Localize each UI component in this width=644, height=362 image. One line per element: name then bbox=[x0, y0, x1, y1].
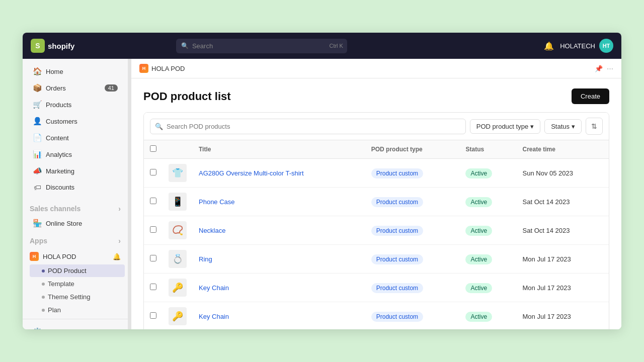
row-checkbox-cell bbox=[144, 216, 163, 245]
sidebar-item-orders-label: Orders bbox=[46, 84, 66, 92]
apps-expand-icon[interactable]: › bbox=[118, 237, 121, 245]
row-checkbox-1[interactable] bbox=[150, 198, 156, 204]
sidebar-item-orders[interactable]: 📦 Orders 41 bbox=[26, 80, 125, 96]
row-create-time-cell: Sun Nov 05 2023 bbox=[517, 159, 609, 188]
user-menu[interactable]: HOLATECH HT bbox=[560, 39, 613, 53]
hola-pod-subitems: POD Product Template Theme Setting Plan bbox=[23, 264, 128, 316]
row-checkbox-cell bbox=[144, 188, 163, 216]
table-row: 🔑 Key Chain Product custom Active Mon Ju… bbox=[144, 302, 609, 330]
filter-buttons: POD product type ▾ Status ▾ bbox=[470, 119, 582, 134]
product-search-input[interactable] bbox=[150, 119, 466, 134]
product-type-badge: Product custom bbox=[371, 226, 423, 236]
notification-bell-icon[interactable]: 🔔 bbox=[544, 41, 554, 51]
sidebar-item-products[interactable]: 🛒 Products bbox=[26, 97, 125, 113]
sidebar-item-template[interactable]: Template bbox=[30, 278, 125, 290]
logo[interactable]: S shopify bbox=[31, 39, 74, 53]
row-checkbox-4[interactable] bbox=[150, 284, 156, 290]
row-image-cell: 📿 bbox=[163, 216, 193, 245]
apps-label: Apps bbox=[30, 237, 47, 245]
product-title[interactable]: Ring bbox=[199, 255, 212, 263]
filter-type-button[interactable]: POD product type ▾ bbox=[470, 119, 540, 134]
plan-dot bbox=[42, 309, 45, 312]
sidebar-nav: 🏠 Home 📦 Orders 41 🛒 Products 👤 Customer… bbox=[23, 59, 128, 200]
hola-pod-label: HOLA POD bbox=[43, 253, 76, 260]
row-checkbox-3[interactable] bbox=[150, 255, 156, 261]
row-type-cell: Product custom bbox=[365, 216, 460, 245]
avatar-initials: HT bbox=[603, 43, 610, 49]
row-title-cell: Necklace bbox=[193, 216, 365, 245]
filter-status-button[interactable]: Status ▾ bbox=[544, 119, 582, 134]
product-title-wrap: Necklace bbox=[199, 227, 359, 234]
th-checkbox bbox=[144, 140, 163, 159]
sidebar-item-plan[interactable]: Plan bbox=[30, 304, 125, 316]
row-checkbox-cell bbox=[144, 274, 163, 302]
row-image-cell: 👕 bbox=[163, 159, 193, 188]
product-table: Title POD product type Status Create tim… bbox=[144, 140, 609, 329]
product-thumbnail: 👕 bbox=[169, 164, 187, 182]
select-all-checkbox[interactable] bbox=[150, 145, 156, 152]
avatar: HT bbox=[599, 39, 613, 53]
sidebar-bottom: ⚙️ Settings Non-transferable bbox=[23, 319, 128, 329]
products-icon: 🛒 bbox=[33, 100, 42, 109]
row-create-time-cell: Mon Jul 17 2023 bbox=[517, 245, 609, 274]
row-image-cell: 💍 bbox=[163, 245, 193, 274]
product-title[interactable]: AG280G Oversize Multi-color T-shirt bbox=[199, 169, 304, 177]
sidebar-item-customers-label: Customers bbox=[46, 118, 77, 125]
row-title-cell: AG280G Oversize Multi-color T-shirt bbox=[193, 159, 365, 188]
pin-icon[interactable]: 📌 bbox=[595, 65, 603, 72]
sort-icon-button[interactable]: ⇅ bbox=[586, 118, 603, 135]
sidebar-item-marketing[interactable]: 📣 Marketing bbox=[26, 163, 125, 179]
product-type-badge: Product custom bbox=[371, 168, 423, 178]
product-title-wrap: Phone Case bbox=[199, 198, 359, 206]
row-create-time-cell: Mon Jul 17 2023 bbox=[517, 302, 609, 330]
product-title[interactable]: Phone Case bbox=[199, 198, 235, 206]
sales-channels-section: Sales channels › bbox=[23, 200, 128, 215]
sales-channels-expand-icon[interactable]: › bbox=[118, 205, 121, 213]
create-time: Mon Jul 17 2023 bbox=[523, 284, 571, 292]
product-thumbnail: 🔑 bbox=[169, 279, 187, 297]
row-checkbox-0[interactable] bbox=[150, 169, 156, 175]
search-input[interactable] bbox=[176, 39, 347, 53]
page-header: POD product list Create bbox=[143, 88, 609, 104]
app-window: S shopify 🔍 Ctrl K 🔔 HOLATECH HT 🏠 bbox=[23, 33, 621, 329]
product-table-container: 🔍 POD product type ▾ Status ▾ bbox=[143, 112, 609, 329]
sidebar-item-home[interactable]: 🏠 Home bbox=[26, 63, 125, 79]
topnav-right: 🔔 HOLATECH HT bbox=[544, 39, 613, 53]
row-title-cell: Phone Case bbox=[193, 188, 365, 216]
row-checkbox-5[interactable] bbox=[150, 312, 156, 319]
hola-pod-header-label: HOLA POD bbox=[151, 65, 185, 72]
theme-setting-label: Theme Setting bbox=[48, 293, 91, 301]
sidebar-item-content-label: Content bbox=[46, 134, 69, 142]
row-create-time-cell: Sat Oct 14 2023 bbox=[517, 216, 609, 245]
customers-icon: 👤 bbox=[33, 117, 42, 126]
row-checkbox-2[interactable] bbox=[150, 226, 156, 233]
row-type-cell: Product custom bbox=[365, 188, 460, 216]
sidebar-item-content[interactable]: 📄 Content bbox=[26, 130, 125, 146]
shopify-icon: S bbox=[31, 39, 45, 53]
settings-icon: ⚙️ bbox=[33, 327, 42, 329]
product-thumbnail: 📿 bbox=[169, 221, 187, 239]
create-button[interactable]: Create bbox=[572, 88, 609, 104]
th-create-time: Create time bbox=[517, 140, 609, 159]
filter-status-chevron-icon: ▾ bbox=[572, 123, 575, 130]
sidebar-item-pod-product[interactable]: POD Product bbox=[30, 264, 125, 277]
row-title-cell: Key Chain bbox=[193, 274, 365, 302]
status-badge: Active bbox=[465, 168, 492, 178]
product-title-wrap: Key Chain bbox=[199, 313, 359, 320]
product-title[interactable]: Necklace bbox=[199, 227, 225, 234]
status-badge: Active bbox=[465, 254, 492, 264]
sidebar-item-analytics[interactable]: 📊 Analytics bbox=[26, 146, 125, 162]
content-scroll: POD product list Create 🔍 POD product ty… bbox=[131, 78, 621, 329]
hola-pod-app[interactable]: H HOLA POD 🔔 bbox=[23, 249, 128, 264]
status-badge: Active bbox=[465, 226, 492, 236]
product-title[interactable]: Key Chain bbox=[199, 313, 229, 320]
create-time: Mon Jul 17 2023 bbox=[523, 313, 571, 320]
sidebar-item-settings[interactable]: ⚙️ Settings bbox=[26, 324, 125, 329]
sidebar-item-discounts[interactable]: 🏷 Discounts bbox=[26, 179, 125, 195]
sidebar-item-theme-setting[interactable]: Theme Setting bbox=[30, 291, 125, 303]
sidebar-item-customers[interactable]: 👤 Customers bbox=[26, 113, 125, 129]
sidebar-item-online-store[interactable]: 🏪 Online Store bbox=[26, 215, 125, 231]
more-options-icon[interactable]: ⋯ bbox=[607, 65, 613, 72]
product-title[interactable]: Key Chain bbox=[199, 284, 229, 292]
sidebar: 🏠 Home 📦 Orders 41 🛒 Products 👤 Customer… bbox=[23, 59, 128, 329]
